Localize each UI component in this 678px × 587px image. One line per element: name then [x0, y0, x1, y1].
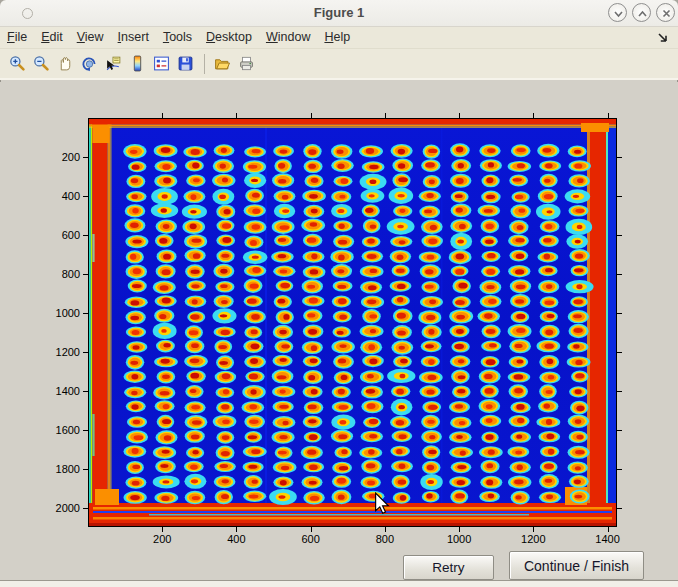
y-tick — [83, 313, 88, 314]
menu-item-window[interactable]: Window — [259, 27, 317, 47]
retry-button[interactable]: Retry — [403, 555, 494, 580]
print-figure-icon[interactable] — [237, 55, 255, 73]
y-tick — [83, 274, 88, 275]
toolbar-separator — [204, 54, 205, 74]
y-tick — [83, 469, 88, 470]
x-tick — [608, 527, 609, 532]
y-tick-right — [617, 196, 622, 197]
close-window-button[interactable] — [656, 3, 675, 22]
y-tick-right — [617, 508, 622, 509]
x-tick-top — [311, 113, 312, 118]
menu-item-view[interactable]: View — [70, 27, 111, 47]
y-tick — [83, 391, 88, 392]
x-tick-top — [533, 113, 534, 118]
x-tick-top — [236, 113, 237, 118]
y-tick-label: 200 — [28, 151, 80, 163]
y-tick-label: 1400 — [28, 385, 80, 397]
y-tick-label: 400 — [28, 190, 80, 202]
figure-canvas: 2004006008001000120014001600180020002004… — [0, 82, 678, 581]
menu-item-edit[interactable]: Edit — [34, 27, 70, 47]
y-tick-right — [617, 430, 622, 431]
menu-item-help[interactable]: Help — [317, 27, 357, 47]
y-tick-label: 800 — [28, 268, 80, 280]
data-cursor-icon[interactable] — [104, 55, 122, 73]
open-file-icon[interactable] — [213, 55, 231, 73]
window-title: Figure 1 — [0, 5, 678, 20]
y-tick-right — [617, 157, 622, 158]
insert-colorbar-icon[interactable] — [128, 55, 146, 73]
continue-finish-button[interactable]: Continue / Finish — [509, 551, 644, 580]
x-tick — [385, 527, 386, 532]
x-tick-label: 200 — [137, 533, 187, 545]
x-tick-top — [459, 113, 460, 118]
y-tick — [83, 196, 88, 197]
window-bottom-edge — [0, 580, 678, 587]
x-tick-top — [385, 113, 386, 118]
menu-item-insert[interactable]: Insert — [111, 27, 156, 47]
zoom-in-icon[interactable] — [8, 55, 26, 73]
y-tick — [83, 352, 88, 353]
y-tick — [83, 235, 88, 236]
zoom-out-icon[interactable] — [32, 55, 50, 73]
menu-bar: FileEditViewInsertToolsDesktopWindowHelp — [0, 27, 678, 49]
x-tick — [459, 527, 460, 532]
y-tick — [83, 508, 88, 509]
titlebar[interactable]: Figure 1 — [0, 0, 678, 27]
y-tick — [83, 157, 88, 158]
y-tick-label: 1000 — [28, 307, 80, 319]
figure-window: Figure 1 FileEditViewInsertToolsDesktopW… — [0, 0, 678, 587]
x-icon — [660, 7, 673, 20]
insert-legend-icon[interactable] — [152, 55, 170, 73]
y-tick-right — [617, 313, 622, 314]
y-tick-label: 1800 — [28, 463, 80, 475]
x-tick-top — [608, 113, 609, 118]
x-tick-label: 1400 — [583, 533, 633, 545]
x-tick — [533, 527, 534, 532]
y-tick-label: 1600 — [28, 424, 80, 436]
y-tick-label: 600 — [28, 229, 80, 241]
toolbar — [0, 49, 678, 80]
y-tick-right — [617, 469, 622, 470]
pan-icon[interactable] — [56, 55, 74, 73]
x-tick-label: 600 — [286, 533, 336, 545]
y-tick-right — [617, 274, 622, 275]
x-tick-label: 800 — [360, 533, 410, 545]
y-tick-label: 1200 — [28, 346, 80, 358]
x-tick — [311, 527, 312, 532]
menu-item-tools[interactable]: Tools — [156, 27, 199, 47]
shade-window-button[interactable] — [608, 3, 627, 22]
maximize-window-button[interactable] — [632, 3, 651, 22]
y-tick-right — [617, 391, 622, 392]
plot-axes[interactable] — [88, 118, 617, 527]
y-tick-right — [617, 352, 622, 353]
menu-item-desktop[interactable]: Desktop — [199, 27, 259, 47]
x-tick-top — [162, 113, 163, 118]
y-tick-right — [617, 235, 622, 236]
menu-item-file[interactable]: File — [0, 27, 34, 47]
chevron-up-icon — [636, 7, 649, 20]
x-tick — [162, 527, 163, 532]
chevron-down-icon — [612, 7, 625, 20]
x-tick-label: 400 — [211, 533, 261, 545]
rotate-3d-icon[interactable] — [80, 55, 98, 73]
y-tick-label: 2000 — [28, 502, 80, 514]
x-tick-label: 1200 — [508, 533, 558, 545]
y-tick — [83, 430, 88, 431]
save-figure-icon[interactable] — [176, 55, 194, 73]
x-tick-label: 1000 — [434, 533, 484, 545]
dock-arrow-icon[interactable] — [656, 31, 670, 45]
x-tick — [236, 527, 237, 532]
